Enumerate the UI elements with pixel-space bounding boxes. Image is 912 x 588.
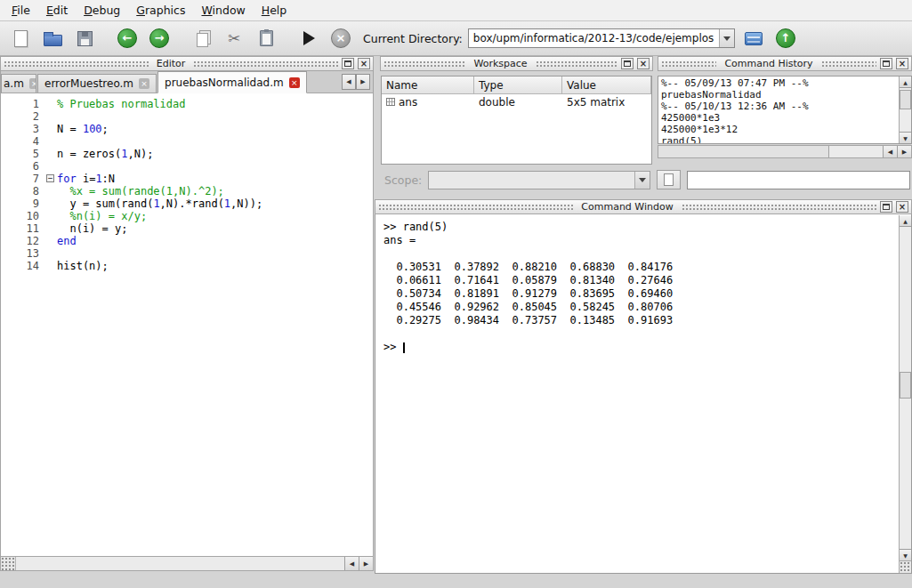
scope-document-button[interactable] (657, 170, 681, 189)
tab-scroll-left-button[interactable]: ◀ (342, 74, 356, 90)
editor-titlebar[interactable]: Editor × (0, 56, 374, 71)
resize-grip[interactable] (1, 557, 16, 570)
command-history-titlebar[interactable]: Command History × (658, 56, 912, 71)
scope-dropdown[interactable] (428, 171, 650, 189)
run-button[interactable] (295, 25, 322, 52)
drag-grip[interactable] (193, 60, 338, 68)
scrollbar-thumb[interactable] (900, 372, 911, 399)
scroll-left-button[interactable]: ◀ (344, 557, 359, 570)
line-number: 3 (1, 123, 45, 135)
cut-icon: ✂ (228, 31, 240, 46)
scrollbar-track[interactable] (900, 227, 911, 549)
tab-scroll-right-button[interactable]: ▶ (356, 74, 370, 90)
combo-dropdown-button[interactable] (719, 29, 734, 47)
menu-item-file[interactable]: File (4, 1, 38, 20)
command-history-close-button[interactable]: × (896, 58, 908, 69)
workspace-column-header[interactable]: Name (382, 77, 474, 94)
history-item[interactable]: 425000*1e3 (661, 112, 908, 124)
menu-item-help[interactable]: Help (254, 1, 295, 20)
workspace-close-button[interactable]: × (637, 58, 650, 69)
command-window-vertical-scrollbar[interactable]: ▲ ▼ (899, 215, 911, 573)
command-window-titlebar[interactable]: Command Window × (375, 199, 912, 214)
tab-close-icon[interactable]: × (29, 78, 36, 89)
editor-horizontal-scrollbar[interactable]: ◀ ▶ (0, 556, 374, 571)
workspace-column-header[interactable]: Value (562, 77, 651, 94)
scroll-right-button[interactable]: ▶ (897, 146, 911, 157)
tab-close-icon[interactable]: × (289, 77, 300, 88)
new-file-button[interactable] (7, 25, 34, 52)
open-file-button[interactable] (39, 25, 66, 52)
code-text: for i=1:N (57, 173, 115, 185)
drag-grip[interactable] (378, 204, 573, 211)
drag-grip[interactable] (661, 60, 716, 68)
history-item[interactable]: 425000*1e3*12 (661, 124, 908, 135)
scrollbar-track[interactable] (16, 557, 344, 570)
scroll-down-button[interactable]: ▼ (900, 132, 911, 143)
scrollbar-track[interactable] (900, 88, 911, 132)
drag-grip[interactable] (4, 60, 149, 68)
code-text: hist(n); (57, 260, 109, 272)
workspace-cell: double (474, 94, 562, 109)
command-window-output[interactable]: >> rand(5) ans = 0.30531 0.37892 0.88210… (375, 214, 912, 574)
scroll-left-button[interactable]: ◀ (883, 146, 897, 157)
matrix-variable-icon (386, 98, 395, 106)
menu-item-window[interactable]: Window (193, 1, 253, 20)
paste-button[interactable] (253, 25, 279, 52)
history-item[interactable]: %-- 05/09/13 07:47 PM --% (661, 77, 908, 89)
code-line: 9 y = sum(rand(1,N).*rand(1,N)); (1, 197, 373, 210)
fold-toggle-icon[interactable]: − (46, 174, 54, 182)
copy-button[interactable] (189, 25, 215, 52)
history-item[interactable]: %-- 05/10/13 12:36 AM --% (661, 101, 908, 112)
tab-close-icon[interactable]: × (139, 78, 149, 89)
menu-item-graphics[interactable]: Graphics (128, 1, 193, 20)
current-directory-combobox[interactable]: box/upm/informatica/2012-13/code/ejemplo… (468, 28, 735, 48)
resize-grip[interactable] (900, 560, 911, 573)
command-history-horizontal-scrollbar[interactable]: ◀ ▶ (658, 145, 912, 158)
scope-text-input[interactable] (687, 171, 910, 189)
editor-tab[interactable]: pruebasNormalidad.m× (157, 71, 307, 93)
scroll-right-button[interactable]: ▶ (359, 557, 373, 570)
drag-grip[interactable] (536, 60, 617, 68)
up-arrow-icon: ↑ (776, 28, 795, 48)
scroll-down-button[interactable]: ▼ (900, 549, 911, 560)
stop-button[interactable]: × (327, 25, 354, 52)
scrollbar-thumb[interactable] (658, 146, 829, 157)
scroll-up-button[interactable]: ▲ (900, 77, 911, 88)
code-line: 3N = 100; (1, 123, 373, 135)
scroll-up-button[interactable]: ▲ (900, 215, 911, 227)
cut-button[interactable]: ✂ (221, 25, 247, 52)
scope-dropdown-button[interactable] (634, 172, 650, 189)
command-history-list[interactable]: %-- 05/09/13 07:47 PM --%pruebasNormalid… (658, 76, 912, 144)
float-icon (883, 204, 890, 210)
history-item[interactable]: rand(5) (661, 135, 908, 144)
workspace-float-button[interactable] (621, 58, 634, 69)
code-editor[interactable]: 1% Pruebas normalidad23N = 100;45n = zer… (0, 93, 374, 556)
drag-grip[interactable] (383, 60, 465, 68)
command-history-float-button[interactable] (880, 58, 892, 69)
editor-tab[interactable]: a.m× (1, 74, 36, 93)
scrollbar-thumb[interactable] (900, 90, 911, 109)
workspace-row[interactable]: ansdouble5x5 matrix (382, 94, 651, 109)
history-item[interactable]: pruebasNormalidad (661, 89, 908, 101)
code-text: N = 100; (57, 123, 109, 135)
back-button[interactable]: ← (114, 25, 141, 52)
save-button[interactable] (71, 25, 98, 52)
command-history-vertical-scrollbar[interactable]: ▲ ▼ (899, 77, 911, 143)
up-directory-button[interactable]: ↑ (772, 25, 799, 52)
workspace-column-header[interactable]: Type (474, 77, 562, 94)
editor-tab[interactable]: errorMuestreo.m× (37, 74, 157, 93)
forward-button[interactable]: → (146, 25, 173, 52)
editor-close-button[interactable]: × (358, 58, 370, 69)
scrollbar-track[interactable] (829, 146, 883, 157)
drag-grip[interactable] (821, 60, 876, 68)
file-browser-button[interactable] (740, 25, 767, 52)
command-window-close-button[interactable]: × (896, 201, 908, 213)
code-text: y = sum(rand(1,N).*rand(1,N)); (57, 197, 262, 210)
drag-grip[interactable] (682, 204, 876, 211)
fold-column (45, 135, 57, 148)
menu-item-debug[interactable]: Debug (76, 1, 128, 20)
menu-item-edit[interactable]: Edit (38, 1, 76, 20)
workspace-titlebar[interactable]: Workspace × (380, 56, 653, 71)
command-window-float-button[interactable] (880, 201, 892, 213)
editor-float-button[interactable] (342, 58, 354, 69)
